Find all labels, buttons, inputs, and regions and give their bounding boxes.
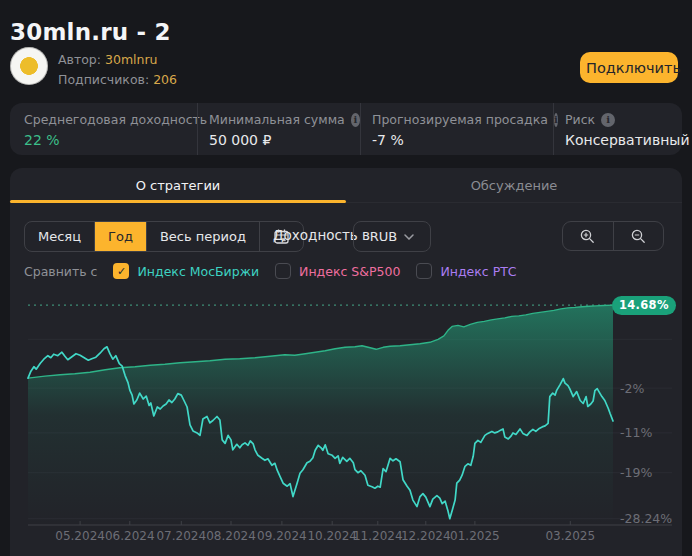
stat-value: 22 % [24, 132, 197, 148]
stat-annual-return: Среднегодовая доходность 22 % [10, 103, 197, 155]
stat-value: Консервативный [565, 132, 690, 148]
checkbox-unchecked[interactable] [416, 263, 432, 279]
svg-text:08.2024: 08.2024 [206, 529, 256, 543]
checkbox-checked[interactable]: ✓ [113, 263, 129, 279]
performance-chart[interactable]: 05.202406.202407.202408.202409.202410.20… [10, 288, 682, 550]
period-month-button[interactable]: Месяц [25, 222, 94, 251]
strategy-panel: О стратегии Обсуждение Месяц Год Весь пе… [10, 168, 682, 556]
final-value-badge: 14.68% [612, 296, 676, 315]
svg-text:-2%: -2% [620, 381, 644, 396]
stat-label: Риск [565, 112, 595, 127]
stat-risk: Рискi Консервативный [553, 103, 690, 155]
compare-label: Сравнить с [24, 264, 97, 279]
stat-label: Прогнозируемая просадка [372, 112, 548, 127]
stat-label: Среднегодовая доходность [24, 112, 197, 127]
stat-label: Минимальная сумма [209, 112, 345, 127]
subscribers-row: Подписчиков: 206 [58, 70, 177, 90]
svg-text:-11%: -11% [620, 425, 652, 440]
svg-text:06.2024: 06.2024 [105, 529, 155, 543]
chart-plot[interactable]: 05.202406.202407.202408.202409.202410.20… [10, 288, 682, 550]
svg-text:12.2024: 12.2024 [401, 529, 451, 543]
svg-text:07.2024: 07.2024 [156, 529, 206, 543]
zoom-out-button[interactable] [613, 222, 664, 250]
zoom-out-icon [630, 228, 647, 245]
subscribers-count: 206 [153, 72, 177, 87]
info-icon[interactable]: i [601, 113, 615, 127]
compare-option-label: Индекс МосБиржи [137, 264, 259, 279]
connect-button[interactable]: Подключить [580, 52, 678, 83]
checkmark-icon: ✓ [117, 265, 126, 278]
compare-option-label: Индекс РТС [440, 264, 516, 279]
stat-value: -7 % [372, 132, 553, 148]
svg-text:01.2025: 01.2025 [450, 529, 500, 543]
svg-text:05.2024: 05.2024 [55, 529, 105, 543]
zoom-in-button[interactable] [563, 222, 613, 250]
svg-text:10.2024: 10.2024 [307, 529, 357, 543]
compare-option-label: Индекс S&P500 [299, 264, 400, 279]
svg-text:09.2024: 09.2024 [257, 529, 307, 543]
compare-option-rts[interactable]: Индекс РТС [416, 263, 516, 279]
svg-text:03.2025: 03.2025 [545, 529, 595, 543]
svg-text:-28.24%: -28.24% [620, 511, 672, 526]
page-title: 30mln.ru - 2 [10, 19, 171, 45]
info-icon[interactable]: i [351, 113, 360, 127]
tab-discussion[interactable]: Обсуждение [346, 168, 682, 202]
zoom-controls [562, 221, 664, 251]
period-year-button[interactable]: Год [94, 222, 146, 251]
zoom-in-icon [579, 228, 596, 245]
compare-option-sp500[interactable]: Индекс S&P500 [275, 263, 400, 279]
currency-select[interactable]: RUB [353, 221, 431, 252]
compare-row: Сравнить с ✓ Индекс МосБиржи Индекс S&P5… [24, 262, 517, 280]
strategy-avatar [10, 47, 48, 85]
svg-text:11.2024: 11.2024 [353, 529, 403, 543]
author-label: Автор: [58, 52, 101, 67]
subscribers-label: Подписчиков: [58, 72, 149, 87]
svg-text:-19%: -19% [620, 465, 652, 480]
checkbox-unchecked[interactable] [275, 263, 291, 279]
currency-value: RUB [370, 229, 397, 244]
stats-panel: Среднегодовая доходность 22 % Минимальна… [10, 103, 682, 155]
author-link[interactable]: 30mlnru [105, 52, 158, 67]
period-segmented-control: Месяц Год Весь период [24, 221, 304, 252]
chevron-down-icon [404, 234, 414, 240]
tab-about-strategy[interactable]: О стратегии [10, 168, 346, 202]
stat-min-sum: Минимальная суммаi 50 000 ₽ [197, 103, 360, 155]
author-row: Автор: 30mlnru [58, 50, 177, 70]
tab-bar: О стратегии Обсуждение [10, 168, 682, 203]
stat-value: 50 000 ₽ [209, 132, 360, 148]
compare-option-moex[interactable]: ✓ Индекс МосБиржи [113, 263, 259, 279]
period-all-button[interactable]: Весь период [146, 222, 259, 251]
stat-drawdown: Прогнозируемая просадкаi -7 % [360, 103, 553, 155]
